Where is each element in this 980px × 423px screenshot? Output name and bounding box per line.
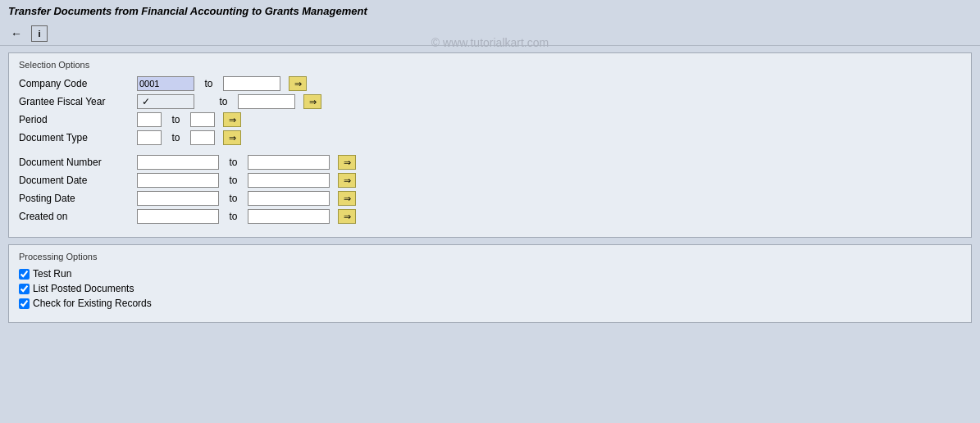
to-label-8: to — [227, 211, 239, 222]
to-label-6: to — [227, 175, 239, 186]
posting-date-arrow[interactable]: ⇒ — [338, 191, 356, 206]
document-date-label: Document Date — [19, 175, 134, 186]
grantee-fiscal-year-to[interactable] — [238, 94, 295, 109]
grantee-fiscal-year-row: Grantee Fiscal Year ✓ to ⇒ — [19, 94, 961, 109]
to-label-1: to — [203, 78, 215, 89]
period-label: Period — [19, 114, 134, 125]
to-label-3: to — [170, 114, 182, 125]
test-run-row: Test Run — [19, 268, 961, 280]
created-on-row: Created on to ⇒ — [19, 209, 961, 224]
check-existing-records-label: Check for Existing Records — [33, 298, 152, 309]
info-icon[interactable]: i — [31, 25, 48, 42]
posting-date-from[interactable] — [137, 191, 219, 206]
company-code-to[interactable] — [223, 76, 280, 91]
document-type-from[interactable] — [137, 130, 162, 145]
check-existing-records-row: Check for Existing Records — [19, 298, 961, 309]
selection-options-section: Selection Options Company Code to ⇒ Gran… — [8, 52, 972, 238]
to-label-7: to — [227, 193, 239, 204]
grantee-fiscal-year-arrow[interactable]: ⇒ — [303, 94, 321, 109]
list-posted-documents-label: List Posted Documents — [33, 283, 134, 294]
company-code-from[interactable] — [137, 76, 194, 91]
page-title: Transfer Documents from Financial Accoun… — [0, 0, 980, 22]
to-label-4: to — [170, 132, 182, 143]
created-on-to[interactable] — [248, 209, 330, 224]
selection-options-title: Selection Options — [19, 60, 961, 70]
document-number-from[interactable] — [137, 155, 219, 170]
period-to[interactable] — [190, 112, 215, 127]
list-posted-documents-checkbox[interactable] — [19, 284, 30, 294]
document-number-to[interactable] — [248, 155, 330, 170]
toolbar: ← i — [0, 22, 980, 46]
period-arrow[interactable]: ⇒ — [223, 112, 241, 127]
document-type-row: Document Type to ⇒ — [19, 130, 961, 145]
period-row: Period to ⇒ — [19, 112, 961, 127]
posting-date-label: Posting Date — [19, 193, 134, 204]
company-code-row: Company Code to ⇒ — [19, 76, 961, 91]
company-code-label: Company Code — [19, 78, 134, 89]
grantee-fiscal-year-from[interactable] — [137, 94, 194, 109]
processing-options-title: Processing Options — [19, 252, 961, 262]
document-number-arrow[interactable]: ⇒ — [338, 155, 356, 170]
to-label-5: to — [227, 157, 239, 168]
document-type-label: Document Type — [19, 132, 134, 143]
posting-date-row: Posting Date to ⇒ — [19, 191, 961, 206]
document-type-to[interactable] — [190, 130, 215, 145]
processing-options-section: Processing Options Test Run List Posted … — [8, 244, 972, 323]
document-number-row: Document Number to ⇒ — [19, 155, 961, 170]
document-date-from[interactable] — [137, 173, 219, 188]
created-on-from[interactable] — [137, 209, 219, 224]
posting-date-to[interactable] — [248, 191, 330, 206]
check-existing-records-checkbox[interactable] — [19, 298, 30, 309]
company-code-arrow[interactable]: ⇒ — [289, 76, 307, 91]
created-on-arrow[interactable]: ⇒ — [338, 209, 356, 224]
back-icon[interactable]: ← — [8, 25, 25, 42]
document-type-arrow[interactable]: ⇒ — [223, 130, 241, 145]
document-date-row: Document Date to ⇒ — [19, 173, 961, 188]
to-label-2: to — [217, 96, 230, 107]
list-posted-documents-row: List Posted Documents — [19, 283, 961, 294]
document-date-to[interactable] — [248, 173, 330, 188]
period-from[interactable] — [137, 112, 162, 127]
grantee-fiscal-year-label: Grantee Fiscal Year — [19, 96, 134, 107]
test-run-checkbox[interactable] — [19, 269, 30, 280]
created-on-label: Created on — [19, 211, 134, 222]
document-number-label: Document Number — [19, 157, 134, 168]
main-content: Selection Options Company Code to ⇒ Gran… — [0, 46, 980, 330]
document-date-arrow[interactable]: ⇒ — [338, 173, 356, 188]
test-run-label: Test Run — [33, 268, 71, 280]
